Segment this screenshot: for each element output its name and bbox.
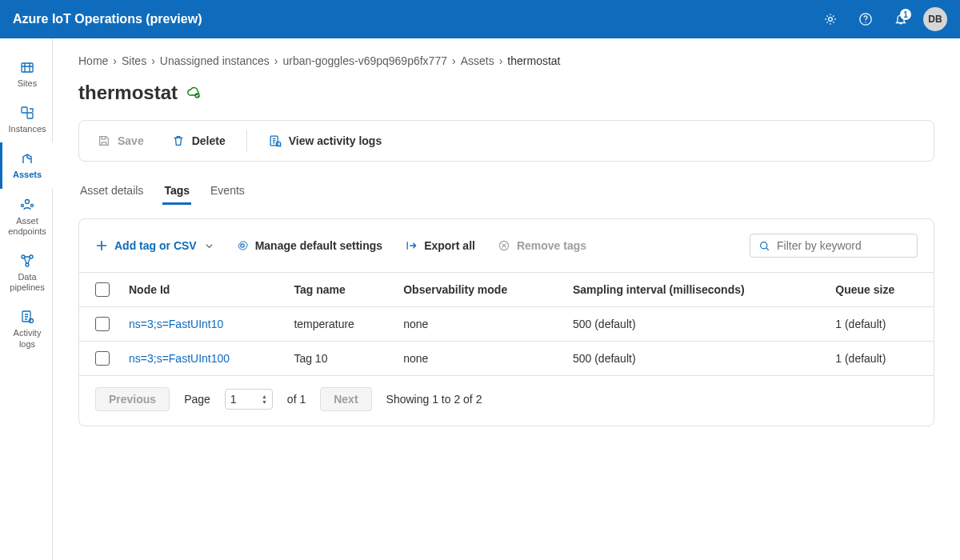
tab-tags[interactable]: Tags [162, 179, 191, 205]
view-activity-logs-button[interactable]: View activity logs [262, 129, 388, 153]
svg-point-9 [22, 255, 25, 258]
remove-icon [498, 239, 510, 252]
tabs: Asset details Tags Events [78, 179, 934, 206]
breadcrumb-link[interactable]: Assets [461, 54, 494, 67]
node-id-link[interactable]: ns=3;s=FastUInt100 [129, 352, 230, 365]
breadcrumb-sep: › [274, 54, 278, 67]
filter-input[interactable] [777, 239, 909, 252]
col-node-id[interactable]: Node Id [119, 273, 284, 307]
cell-observability: none [394, 307, 563, 342]
settings-button[interactable] [818, 6, 843, 32]
main-content: Home› Sites› Unassigned instances› urban… [53, 38, 960, 560]
nav-label: Data pipelines [6, 272, 49, 293]
page-title-row: thermostat [78, 82, 934, 104]
cell-queue: 1 (default) [826, 307, 934, 342]
manage-defaults-button[interactable]: Manage default settings [236, 239, 382, 252]
tab-events[interactable]: Events [209, 179, 246, 205]
svg-point-8 [31, 204, 34, 206]
svg-point-18 [761, 242, 767, 248]
nav-asset-endpoints[interactable]: Asset endpoints [0, 189, 52, 245]
notifications-count: 1 [900, 9, 911, 20]
nav-instances[interactable]: Instances [0, 97, 52, 142]
row-checkbox[interactable] [95, 317, 110, 331]
remove-label: Remove tags [517, 239, 586, 252]
svg-point-0 [829, 18, 833, 22]
col-tag-name[interactable]: Tag name [284, 273, 394, 307]
cell-observability: none [394, 342, 563, 376]
gear-icon [236, 239, 249, 252]
notifications-button[interactable]: 1 [888, 6, 914, 32]
breadcrumb-current: thermostat [507, 54, 560, 67]
table-header-row: Node Id Tag name Observability mode Samp… [79, 273, 934, 307]
nav-label: Activity logs [6, 328, 49, 349]
activity-logs-icon [19, 309, 35, 325]
breadcrumb-link[interactable]: urban-goggles-v69pq969p6fx777 [282, 54, 447, 67]
left-nav: Sites Instances Assets [0, 38, 53, 560]
export-all-button[interactable]: Export all [405, 239, 475, 252]
table-row: ns=3;s=FastUInt100 Tag 10 none 500 (defa… [79, 342, 934, 376]
tags-table: Node Id Tag name Observability mode Samp… [79, 272, 934, 376]
page-number-input[interactable]: 1 ▲ ▼ [225, 389, 273, 410]
tab-asset-details[interactable]: Asset details [78, 179, 145, 205]
svg-point-10 [30, 255, 33, 258]
svg-rect-5 [27, 113, 33, 118]
filter-box[interactable] [750, 234, 918, 258]
help-button[interactable] [853, 6, 878, 32]
delete-icon [171, 134, 186, 148]
activity-icon [268, 134, 282, 148]
save-icon [97, 134, 111, 148]
topbar-right: 1 DB [818, 6, 947, 32]
save-label: Save [118, 134, 144, 147]
instances-icon [19, 105, 35, 121]
activity-label: View activity logs [289, 134, 382, 147]
chevron-down-icon[interactable]: ▼ [262, 399, 267, 405]
breadcrumb-sep: › [499, 54, 503, 67]
node-id-link[interactable]: ns=3;s=FastUInt10 [129, 318, 223, 330]
next-button: Next [320, 387, 371, 411]
pipelines-icon [19, 253, 35, 269]
manage-defaults-label: Manage default settings [255, 239, 382, 252]
nav-label: Sites [18, 78, 37, 89]
avatar[interactable]: DB [923, 7, 947, 31]
nav-sites[interactable]: Sites [0, 51, 52, 97]
help-icon [858, 12, 873, 26]
delete-button[interactable]: Delete [165, 129, 232, 153]
select-all-checkbox[interactable] [95, 282, 110, 297]
svg-rect-4 [22, 107, 27, 113]
previous-button: Previous [95, 387, 170, 411]
chevron-up-icon[interactable]: ▲ [262, 394, 267, 399]
page-label: Page [184, 393, 210, 406]
add-tag-button[interactable]: Add tag or CSV [95, 239, 214, 252]
svg-point-11 [26, 263, 29, 266]
svg-point-16 [276, 142, 280, 146]
breadcrumb-link[interactable]: Home [78, 54, 108, 67]
svg-point-7 [22, 204, 24, 206]
cell-tag-name: temperature [284, 307, 394, 342]
nav-data-pipelines[interactable]: Data pipelines [0, 245, 52, 301]
nav-activity-logs[interactable]: Activity logs [0, 301, 52, 357]
tags-toolbar: Add tag or CSV Manage default settings [79, 234, 934, 272]
col-sampling[interactable]: Sampling interval (milliseconds) [563, 273, 826, 307]
col-queue[interactable]: Queue size [826, 273, 934, 307]
add-tag-label: Add tag or CSV [114, 239, 197, 252]
remove-tags-button: Remove tags [498, 239, 586, 252]
tags-panel: Add tag or CSV Manage default settings [78, 218, 934, 426]
topbar: Azure IoT Operations (preview) [0, 0, 960, 38]
plus-icon [95, 239, 108, 252]
cloud-sync-icon [186, 85, 202, 101]
breadcrumb-link[interactable]: Sites [122, 54, 146, 67]
breadcrumb-sep: › [113, 54, 117, 67]
breadcrumb-link[interactable]: Unassigned instances [160, 54, 270, 67]
nav-assets[interactable]: Assets [0, 142, 52, 188]
pager: Previous Page 1 ▲ ▼ of 1 Next Showing 1 … [79, 376, 934, 426]
cell-sampling: 500 (default) [563, 307, 826, 342]
table-row: ns=3;s=FastUInt10 temperature none 500 (… [79, 307, 934, 342]
page-spinner[interactable]: ▲ ▼ [262, 394, 267, 405]
nav-label: Asset endpoints [6, 216, 49, 237]
breadcrumb: Home› Sites› Unassigned instances› urban… [78, 54, 934, 67]
col-observability[interactable]: Observability mode [394, 273, 563, 307]
breadcrumb-sep: › [151, 54, 155, 67]
svg-rect-3 [22, 63, 33, 72]
export-icon [405, 239, 418, 252]
row-checkbox[interactable] [95, 351, 110, 366]
